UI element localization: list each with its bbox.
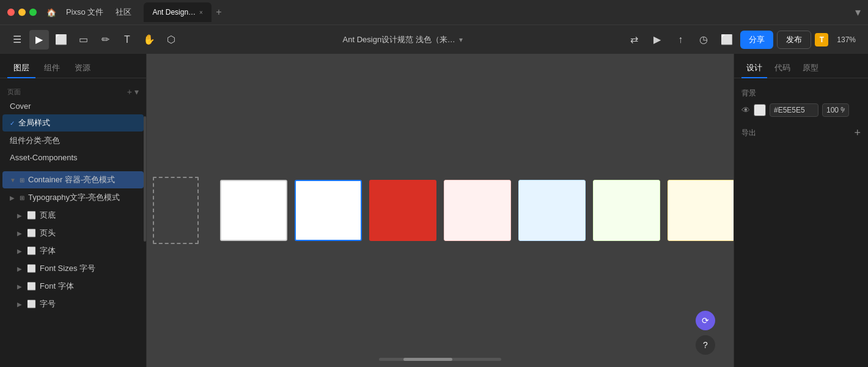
frame-icon: ⬜ <box>27 229 36 237</box>
active-tab-label: Ant Design… <box>152 8 196 17</box>
layer-label: 字号 <box>40 298 56 310</box>
color-card-1 <box>220 180 287 241</box>
frame-icon: ⬜ <box>27 264 36 273</box>
scrollbar-thumb <box>403 358 452 361</box>
history-icon[interactable]: ◷ <box>694 30 713 50</box>
chevron-down-icon: ▼ <box>10 177 17 184</box>
tab-prototype[interactable]: 原型 <box>798 59 823 78</box>
canvas[interactable]: ⟳ ? <box>147 54 734 367</box>
multiscreen-icon[interactable]: ⬜ <box>717 30 737 50</box>
community-link[interactable]: 社区 <box>116 7 131 18</box>
page-item-label: 全局样式 <box>18 117 50 128</box>
rectangle-tool[interactable]: ▭ <box>73 30 93 50</box>
layer-label: 字体 <box>40 245 56 256</box>
pages-actions: + ▾ <box>127 87 139 97</box>
chevron-right-icon: ▶ <box>17 301 24 308</box>
layer-typography[interactable]: ▶ ⊞ Typography文字-亮色模式 <box>2 189 144 206</box>
pen-tool[interactable]: ✏ <box>95 30 115 50</box>
layer-container[interactable]: ▼ ⊞ Container 容器-亮色模式 <box>2 171 144 188</box>
shape-tool[interactable]: ⬡ <box>161 30 181 50</box>
document-title: Ant Design设计规范 浅色（来… ▾ <box>183 34 622 45</box>
traffic-lights <box>7 9 37 16</box>
tab-design[interactable]: 设计 <box>741 59 767 78</box>
frame-icon: ⬜ <box>27 282 36 291</box>
chevron-right-icon: ▶ <box>10 195 17 201</box>
color-card-4 <box>444 180 511 241</box>
zoom-level[interactable]: 137% <box>832 35 861 44</box>
pages-dropdown-icon[interactable]: ▾ <box>134 87 139 97</box>
text-tool[interactable]: T <box>117 30 137 50</box>
tab-assets[interactable]: 资源 <box>68 59 97 78</box>
app-name: Pixso 文件 <box>66 7 103 18</box>
visibility-icon[interactable]: 👁 <box>741 105 750 115</box>
maximize-button[interactable] <box>29 9 37 16</box>
layer-label: 页头 <box>40 228 56 239</box>
bg-color-swatch[interactable] <box>754 104 766 116</box>
grid-icon: ⊞ <box>20 177 24 184</box>
right-panel: 设计 代码 原型 背景 👁 导出 + <box>734 54 868 367</box>
layer-header[interactable]: ▶ ⬜ 页头 <box>2 224 144 242</box>
layer-footer[interactable]: ▶ ⬜ 页底 <box>2 207 144 224</box>
right-panel-tabs: 设计 代码 原型 <box>734 54 868 78</box>
export-row: 导出 + <box>741 127 861 139</box>
scroll-to-top-button[interactable]: ⟳ <box>696 311 715 330</box>
color-cards-container <box>220 180 734 241</box>
publish-button[interactable]: 发布 <box>777 31 811 49</box>
hand-tool[interactable]: ✋ <box>139 30 159 50</box>
layer-label: Container 容器-亮色模式 <box>28 174 115 185</box>
frame-icon: ⬜ <box>27 300 36 308</box>
page-item-cover[interactable]: Cover <box>2 98 144 114</box>
new-tab-button[interactable]: + <box>211 5 226 20</box>
page-item-label: Asset-Components <box>10 153 78 162</box>
frame-icon: ⬜ <box>27 211 36 220</box>
bg-opacity-input[interactable] <box>822 103 849 117</box>
cloud-upload-icon[interactable]: ↑ <box>671 30 690 50</box>
bg-hex-input[interactable] <box>770 103 818 117</box>
layer-font-size[interactable]: ▶ ⬜ 字号 <box>2 295 144 313</box>
share-button[interactable]: 分享 <box>740 31 773 49</box>
help-button[interactable]: ? <box>696 335 715 355</box>
active-tab[interactable]: Ant Design… × <box>144 2 211 22</box>
page-item-global-style[interactable]: ✓ 全局样式 <box>2 114 144 132</box>
layer-font[interactable]: ▶ ⬜ 字体 <box>2 242 144 259</box>
horizontal-scrollbar[interactable] <box>379 358 501 361</box>
share-link-icon[interactable]: ⇄ <box>624 30 644 50</box>
right-panel-content: 背景 👁 导出 + <box>734 78 868 367</box>
add-export-button[interactable]: + <box>854 127 861 139</box>
layer-font-sizes[interactable]: ▶ ⬜ Font Sizes 字号 <box>2 260 144 277</box>
tab-components[interactable]: 组件 <box>38 59 66 78</box>
tab-code[interactable]: 代码 <box>770 59 795 78</box>
titlebar-more-icon[interactable]: ▾ <box>855 6 861 19</box>
menu-button[interactable]: ☰ <box>7 30 27 50</box>
play-preview-icon[interactable]: ▶ <box>647 30 667 50</box>
export-label: 导出 <box>741 128 756 138</box>
sidebar: 图层 组件 资源 页面 + ▾ Cover ✓ <box>0 54 147 367</box>
layer-label: Typography文字-亮色模式 <box>28 192 120 203</box>
selection-box <box>153 177 199 244</box>
color-card-2 <box>295 180 362 241</box>
page-item-component-light[interactable]: 组件分类-亮色 <box>2 132 144 149</box>
color-card-3 <box>369 180 436 241</box>
page-item-asset-components[interactable]: Asset-Components <box>2 150 144 165</box>
titlebar-tabs: Ant Design… × + <box>144 2 226 22</box>
tab-layers[interactable]: 图层 <box>7 59 35 78</box>
color-card-5 <box>518 180 586 241</box>
frame-tool[interactable]: ⬜ <box>51 30 71 50</box>
t-badge: T <box>815 33 828 46</box>
tab-close-icon[interactable]: × <box>199 9 203 16</box>
sidebar-scrollbar <box>144 116 146 242</box>
title-dropdown-icon[interactable]: ▾ <box>459 35 463 44</box>
sidebar-tab-bar: 图层 组件 资源 <box>0 54 146 78</box>
titlebar: 🏠 Pixso 文件 社区 Ant Design… × + ▾ <box>0 0 868 24</box>
frame-icon: ⬜ <box>27 247 36 255</box>
main-area: 图层 组件 资源 页面 + ▾ Cover ✓ <box>0 54 868 367</box>
layer-font-family[interactable]: ▶ ⬜ Font 字体 <box>2 278 144 295</box>
close-button[interactable] <box>7 9 15 16</box>
pages-label: 页面 <box>7 87 21 97</box>
home-icon[interactable]: 🏠 <box>46 8 56 17</box>
cursor-tool[interactable]: ▶ <box>29 30 49 50</box>
pages-add-icon[interactable]: + <box>127 87 132 97</box>
minimize-button[interactable] <box>18 9 26 16</box>
toolbar-right: ⇄ ▶ ↑ ◷ ⬜ 分享 发布 T 137% <box>624 30 861 50</box>
layer-label: Font 字体 <box>40 281 74 292</box>
